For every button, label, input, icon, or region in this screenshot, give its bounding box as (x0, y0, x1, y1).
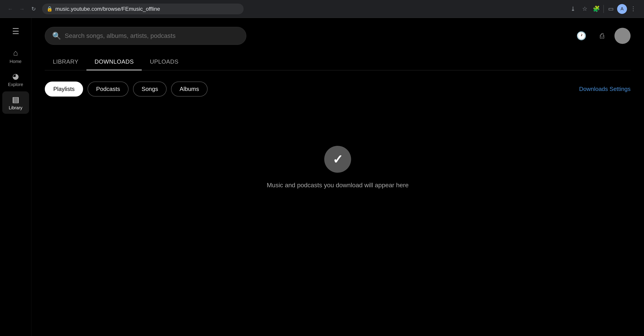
tab-downloads[interactable]: DOWNLOADS (86, 54, 142, 70)
tab-uploads[interactable]: UPLOADS (142, 54, 186, 70)
top-right-actions: 🕐 ⎙ (573, 28, 630, 44)
tab-library[interactable]: LIBRARY (45, 54, 86, 70)
cast-icon: ⎙ (600, 32, 604, 40)
reload-button[interactable]: ↻ (29, 4, 38, 14)
app-container: ☰ ⌂ Home ◕ Explore ▤ Library 🔍 (0, 18, 644, 336)
extensions-download-icon[interactable]: ⤓ (568, 4, 578, 14)
divider (604, 5, 604, 13)
back-button[interactable]: ← (5, 4, 15, 14)
bookmark-icon[interactable]: ☆ (579, 4, 590, 14)
history-icon: 🕐 (576, 31, 586, 40)
chip-podcasts[interactable]: Podcasts (88, 82, 128, 96)
sidebar-label-explore: Explore (8, 82, 23, 87)
main-content: 🔍 🕐 ⎙ LIBRARY DOWNLOADS UPLOADS Pla (31, 18, 644, 336)
more-options-icon[interactable]: ⋮ (628, 4, 639, 14)
browser-actions: ⤓ ☆ 🧩 ▭ A ⋮ (568, 4, 639, 14)
user-avatar[interactable] (614, 28, 630, 44)
browser-chrome: ← → ↻ 🔒 music.youtube.com/browse/FEmusic… (0, 0, 644, 18)
explore-icon: ◕ (12, 72, 19, 81)
search-icon: 🔍 (52, 32, 61, 40)
sidebar-label-library: Library (9, 105, 22, 110)
search-box[interactable]: 🔍 (45, 27, 246, 45)
sidebar-item-home[interactable]: ⌂ Home (2, 45, 29, 67)
empty-state-message: Music and podcasts you download will app… (267, 182, 409, 189)
url-text: music.youtube.com/browse/FEmusic_offline (55, 6, 160, 12)
menu-button[interactable]: ☰ (7, 22, 25, 40)
cast-button[interactable]: ⎙ (594, 28, 610, 44)
forward-button[interactable]: → (17, 4, 27, 14)
sidebar: ☰ ⌂ Home ◕ Explore ▤ Library (0, 18, 31, 336)
sidebar-item-explore[interactable]: ◕ Explore (2, 68, 29, 90)
chip-albums[interactable]: Albums (171, 82, 208, 96)
browser-nav-buttons: ← → ↻ (5, 4, 38, 14)
extensions-icon[interactable]: 🧩 (591, 4, 602, 14)
search-container: 🔍 (45, 27, 246, 45)
profile-avatar[interactable]: A (617, 4, 627, 14)
top-bar: 🔍 🕐 ⎙ (45, 27, 630, 45)
security-icon: 🔒 (46, 6, 52, 12)
library-icon: ▤ (12, 95, 19, 104)
downloads-settings-link[interactable]: Downloads Settings (579, 86, 630, 92)
tabs-container: LIBRARY DOWNLOADS UPLOADS (45, 54, 630, 70)
chip-songs[interactable]: Songs (133, 82, 166, 96)
sidebar-item-library[interactable]: ▤ Library (2, 92, 29, 114)
filter-chips: Playlists Podcasts Songs Albums Download… (45, 82, 630, 96)
home-icon: ⌂ (13, 48, 18, 58)
sidebar-toggle-icon[interactable]: ▭ (606, 4, 616, 14)
search-input[interactable] (65, 32, 239, 40)
history-button[interactable]: 🕐 (573, 28, 589, 44)
chip-playlists[interactable]: Playlists (45, 82, 83, 96)
hamburger-icon: ☰ (12, 27, 19, 36)
address-bar[interactable]: 🔒 music.youtube.com/browse/FEmusic_offli… (42, 4, 244, 14)
sidebar-label-home: Home (10, 59, 22, 64)
checkmark-circle-icon (324, 146, 351, 173)
empty-state: Music and podcasts you download will app… (45, 110, 630, 225)
